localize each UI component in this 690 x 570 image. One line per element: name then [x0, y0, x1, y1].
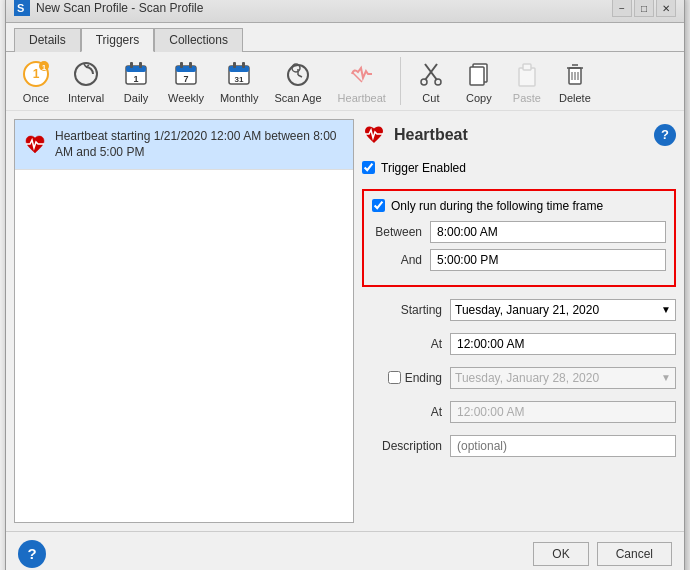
trigger-enabled-row: Trigger Enabled: [362, 159, 676, 177]
cut-icon: [415, 58, 447, 90]
svg-text:1: 1: [42, 63, 47, 72]
and-input[interactable]: [430, 249, 666, 271]
toolbar-interval[interactable]: Interval: [62, 56, 110, 106]
at-input-1[interactable]: [450, 333, 676, 355]
footer-buttons: OK Cancel: [533, 542, 672, 566]
description-row: Description: [362, 435, 676, 457]
scan-age-label: Scan Age: [274, 92, 321, 104]
tab-triggers[interactable]: Triggers: [81, 28, 155, 52]
list-item[interactable]: Heartbeat starting 1/21/2020 12:00 AM be…: [15, 120, 353, 171]
svg-rect-15: [189, 62, 192, 68]
starting-arrow: ▼: [661, 304, 671, 315]
description-input[interactable]: [450, 435, 676, 457]
content-area: Heartbeat starting 1/21/2020 12:00 AM be…: [6, 111, 684, 531]
heartbeat-list-icon: [23, 132, 47, 156]
ending-select: Tuesday, January 28, 2020 ▼: [450, 367, 676, 389]
toolbar: 1 1 Once Interval: [6, 52, 684, 111]
trigger-enabled-label: Trigger Enabled: [381, 161, 466, 175]
monthly-label: Monthly: [220, 92, 259, 104]
toolbar-delete[interactable]: Delete: [553, 56, 597, 106]
toolbar-separator: [400, 57, 401, 105]
daily-label: Daily: [124, 92, 148, 104]
weekly-icon: 7: [170, 58, 202, 90]
maximize-button[interactable]: □: [634, 0, 654, 17]
ending-checkbox[interactable]: [388, 371, 401, 384]
toolbar-daily[interactable]: 1 Daily: [114, 56, 158, 106]
footer-help-button[interactable]: ?: [18, 540, 46, 568]
weekly-label: Weekly: [168, 92, 204, 104]
svg-rect-9: [130, 62, 133, 68]
time-frame-label: Only run during the following time frame: [391, 199, 603, 213]
right-header: Heartbeat ?: [362, 119, 676, 151]
toolbar-cut[interactable]: Cut: [409, 56, 453, 106]
tab-details[interactable]: Details: [14, 28, 81, 52]
help-button[interactable]: ?: [654, 124, 676, 146]
delete-icon: [559, 58, 591, 90]
paste-icon: [511, 58, 543, 90]
list-item-text: Heartbeat starting 1/21/2020 12:00 AM be…: [55, 128, 345, 162]
between-label: Between: [372, 225, 422, 239]
heartbeat-icon: [346, 58, 378, 90]
toolbar-scan-age[interactable]: Scan Age: [268, 56, 327, 106]
ending-row: Ending Tuesday, January 28, 2020 ▼: [362, 367, 676, 389]
between-input[interactable]: [430, 221, 666, 243]
between-row: Between: [372, 221, 666, 243]
svg-point-28: [421, 79, 427, 85]
delete-label: Delete: [559, 92, 591, 104]
copy-icon: [463, 58, 495, 90]
svg-rect-33: [523, 64, 531, 70]
toolbar-copy[interactable]: Copy: [457, 56, 501, 106]
paste-label: Paste: [513, 92, 541, 104]
svg-text:7: 7: [184, 74, 189, 84]
close-button[interactable]: ✕: [656, 0, 676, 17]
toolbar-once[interactable]: 1 1 Once: [14, 56, 58, 106]
at-row-2: At: [362, 401, 676, 423]
right-panel: Heartbeat ? Trigger Enabled Only run dur…: [362, 119, 676, 523]
heartbeat-label: Heartbeat: [338, 92, 386, 104]
trigger-enabled-checkbox[interactable]: [362, 161, 375, 174]
app-icon: S: [14, 0, 30, 16]
at-row-1: At: [362, 333, 676, 355]
time-frame-box: Only run during the following time frame…: [362, 189, 676, 287]
time-frame-checkbox[interactable]: [372, 199, 385, 212]
tab-collections[interactable]: Collections: [154, 28, 243, 52]
cut-label: Cut: [422, 92, 439, 104]
starting-label: Starting: [362, 303, 442, 317]
toolbar-monthly[interactable]: 31 Monthly: [214, 56, 265, 106]
svg-rect-18: [229, 66, 249, 72]
svg-rect-31: [470, 67, 484, 85]
svg-rect-14: [180, 62, 183, 68]
ok-button[interactable]: OK: [533, 542, 588, 566]
toolbar-heartbeat: Heartbeat: [332, 56, 392, 106]
at-label-2: At: [362, 405, 442, 419]
starting-value: Tuesday, January 21, 2020: [455, 303, 599, 317]
main-window: S New Scan Profile - Scan Profile − □ ✕ …: [5, 0, 685, 570]
daily-icon: 1: [120, 58, 152, 90]
svg-text:1: 1: [134, 74, 139, 84]
window-title: New Scan Profile - Scan Profile: [36, 1, 203, 15]
toolbar-paste: Paste: [505, 56, 549, 106]
at-label-1: At: [362, 337, 442, 351]
svg-rect-13: [176, 66, 196, 72]
interval-icon: [70, 58, 102, 90]
toolbar-weekly[interactable]: 7 Weekly: [162, 56, 210, 106]
svg-text:31: 31: [235, 75, 244, 84]
svg-text:S: S: [17, 2, 24, 14]
svg-rect-8: [126, 66, 146, 72]
starting-select[interactable]: Tuesday, January 21, 2020 ▼: [450, 299, 676, 321]
cancel-button[interactable]: Cancel: [597, 542, 672, 566]
ending-label: Ending: [405, 371, 442, 385]
title-bar-left: S New Scan Profile - Scan Profile: [14, 0, 203, 16]
tabs-bar: Details Triggers Collections: [6, 23, 684, 52]
starting-row: Starting Tuesday, January 21, 2020 ▼: [362, 299, 676, 321]
once-icon: 1 1: [20, 58, 52, 90]
svg-point-29: [435, 79, 441, 85]
svg-rect-19: [233, 62, 236, 68]
ending-arrow: ▼: [661, 372, 671, 383]
minimize-button[interactable]: −: [612, 0, 632, 17]
description-label: Description: [362, 439, 442, 453]
svg-rect-20: [242, 62, 245, 68]
scan-age-icon: [282, 58, 314, 90]
svg-line-25: [298, 75, 302, 77]
right-title: Heartbeat: [394, 126, 468, 144]
